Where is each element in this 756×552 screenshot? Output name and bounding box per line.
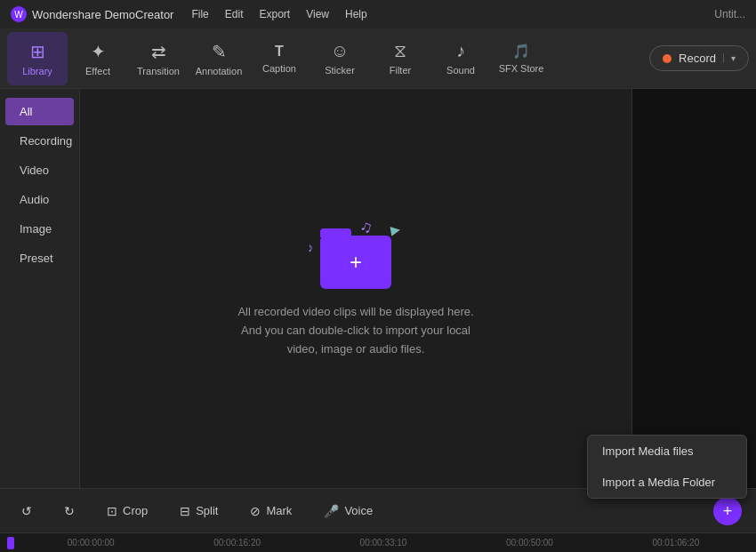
preview-panel: [631, 89, 756, 488]
annotation-icon: ✎: [212, 41, 227, 62]
split-icon: ⊟: [180, 504, 190, 518]
tool-filter[interactable]: ⧖ Filter: [370, 32, 430, 85]
tool-annotation-label: Annotation: [196, 66, 243, 76]
main-area: All Recording Video Audio Image Preset ♫…: [0, 89, 756, 488]
timeline-playhead[interactable]: [7, 537, 14, 549]
add-media-button[interactable]: +: [713, 497, 742, 525]
timeline: 00:00:00:00 00:00:16:20 00:00:33:10 00:0…: [0, 532, 756, 552]
redo-icon: ↻: [64, 504, 75, 518]
tool-effect-label: Effect: [85, 66, 110, 76]
sidebar-item-preset[interactable]: Preset: [5, 244, 74, 272]
tool-sticker-label: Sticker: [325, 65, 355, 76]
transition-icon: ⇄: [151, 41, 166, 62]
tool-caption[interactable]: T Caption: [249, 32, 310, 85]
tool-sfxstore[interactable]: 🎵 SFX Store: [491, 32, 551, 85]
timeline-marker-3: 00:00:50:00: [456, 538, 602, 548]
filter-icon: ⧖: [394, 41, 406, 61]
timeline-marker-0: 00:00:00:00: [18, 538, 164, 548]
sidebar: All Recording Video Audio Image Preset: [0, 89, 80, 488]
tool-transition-label: Transition: [137, 66, 180, 76]
timeline-marker-4: 00:01:06:20: [603, 538, 749, 548]
folder-body[interactable]: +: [320, 236, 391, 289]
tool-transition[interactable]: ⇄ Transition: [128, 32, 189, 85]
toolbar: ⊞ Library ✦ Effect ⇄ Transition ✎ Annota…: [0, 28, 756, 89]
tool-caption-label: Caption: [262, 63, 296, 74]
empty-state: ♫ ▶ ♪ + All recorded video clips will be…: [227, 218, 485, 358]
record-label: Record: [679, 52, 716, 65]
crop-button[interactable]: ⊡ Crop: [100, 500, 155, 522]
library-icon: ⊞: [30, 41, 45, 62]
undo-button[interactable]: ↺: [14, 500, 39, 522]
media-icon-2: ▶: [390, 221, 402, 237]
tool-library[interactable]: ⊞ Library: [7, 32, 68, 85]
music-note-icon-3: ♪: [305, 240, 315, 255]
record-button[interactable]: Record ▾: [649, 45, 749, 71]
tool-library-label: Library: [22, 66, 52, 76]
crop-icon: ⊡: [107, 504, 117, 518]
dropdown-menu: Import Media files Import a Media Folder: [587, 435, 747, 499]
voice-icon: 🎤: [324, 504, 339, 518]
tool-sfxstore-label: SFX Store: [499, 63, 544, 74]
app-logo: W Wondershare DemoCreator: [11, 6, 173, 22]
import-media-files-item[interactable]: Import Media files: [588, 436, 746, 467]
record-dot-icon: [663, 54, 672, 63]
split-button[interactable]: ⊟ Split: [173, 500, 225, 522]
menu-view[interactable]: View: [306, 8, 329, 20]
sidebar-item-recording[interactable]: Recording: [5, 127, 74, 155]
empty-state-text: All recorded video clips will be display…: [227, 303, 485, 358]
record-dropdown-icon[interactable]: ▾: [723, 53, 736, 63]
sfxstore-icon: 🎵: [512, 43, 530, 60]
menu-help[interactable]: Help: [345, 8, 367, 20]
split-label: Split: [196, 504, 218, 517]
content-area: ♫ ▶ ♪ + All recorded video clips will be…: [80, 89, 631, 488]
folder-illustration: ♫ ▶ ♪ +: [311, 218, 400, 289]
import-media-folder-item[interactable]: Import a Media Folder: [588, 467, 746, 498]
add-icon: +: [723, 502, 733, 521]
window-title: Untit...: [714, 8, 745, 20]
menu-bar: File Edit Export View Help: [191, 8, 366, 20]
mark-label: Mark: [266, 504, 292, 517]
logo-icon: W: [11, 6, 27, 22]
sound-icon: ♪: [456, 41, 465, 61]
timeline-marker-2: 00:00:33:10: [310, 538, 456, 548]
sidebar-item-all[interactable]: All: [5, 98, 74, 125]
timeline-marker-1: 00:00:16:20: [164, 538, 310, 548]
sidebar-item-image[interactable]: Image: [5, 215, 74, 243]
menu-edit[interactable]: Edit: [225, 8, 244, 20]
tool-annotation[interactable]: ✎ Annotation: [189, 32, 249, 85]
menu-export[interactable]: Export: [259, 8, 290, 20]
crop-label: Crop: [123, 504, 148, 517]
folder-plus-icon: +: [350, 250, 362, 275]
app-name: Wondershare DemoCreator: [32, 8, 173, 21]
tool-sticker[interactable]: ☺ Sticker: [310, 32, 370, 85]
tool-sound[interactable]: ♪ Sound: [430, 32, 491, 85]
sticker-icon: ☺: [331, 41, 349, 61]
menu-file[interactable]: File: [191, 8, 208, 20]
sidebar-item-audio[interactable]: Audio: [5, 186, 74, 213]
voice-button[interactable]: 🎤 Voice: [317, 500, 380, 522]
tool-sound-label: Sound: [446, 65, 475, 76]
mark-icon: ⊘: [250, 504, 261, 518]
voice-label: Voice: [344, 504, 373, 517]
tool-effect[interactable]: ✦ Effect: [68, 32, 128, 85]
redo-button[interactable]: ↻: [57, 500, 82, 522]
titlebar: W Wondershare DemoCreator File Edit Expo…: [0, 0, 756, 28]
music-note-icon-1: ♫: [358, 217, 374, 238]
sidebar-item-video[interactable]: Video: [5, 156, 74, 184]
caption-icon: T: [275, 44, 284, 60]
undo-icon: ↺: [21, 504, 32, 518]
tool-filter-label: Filter: [390, 65, 411, 76]
mark-button[interactable]: ⊘ Mark: [243, 500, 299, 522]
effect-icon: ✦: [91, 41, 106, 62]
